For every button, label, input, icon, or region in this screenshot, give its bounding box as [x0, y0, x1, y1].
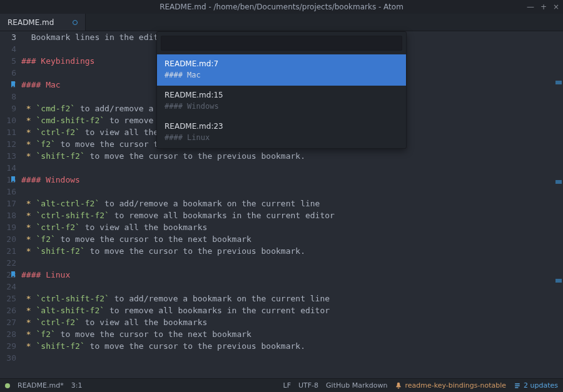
scroll-bookmark-marker: [555, 81, 562, 84]
gutter-line: 16: [0, 186, 16, 198]
palette-item-secondary: #### Windows: [165, 102, 398, 111]
status-file[interactable]: README.md*: [18, 381, 64, 389]
gutter-line: 18: [0, 209, 16, 221]
gutter-line: 23: [0, 269, 16, 281]
gutter-line: 7: [0, 79, 16, 91]
palette-input[interactable]: [161, 36, 402, 51]
gutter-line: 29: [0, 340, 16, 352]
code-line[interactable]: * `f2` to move the cursor to the next bo…: [21, 328, 563, 340]
palette-item[interactable]: README.md:15#### Windows: [157, 86, 406, 117]
gutter-line: 3: [0, 31, 16, 43]
palette-item-primary: README.md:7: [165, 59, 398, 68]
code-line[interactable]: * `f2` to move the cursor to the next bo…: [21, 233, 563, 245]
gutter-line: 24: [0, 281, 16, 293]
code-line[interactable]: * `ctrl-f2` to view all the bookmarks: [21, 316, 563, 328]
code-line[interactable]: [21, 257, 563, 269]
status-updates[interactable]: 2 updates: [514, 381, 558, 389]
palette-item[interactable]: README.md:7#### Mac: [157, 54, 406, 86]
gutter-line: 9: [0, 103, 16, 114]
bookmarks-palette: README.md:7#### MacREADME.md:15#### Wind…: [156, 31, 407, 149]
tab-readme[interactable]: README.md: [0, 14, 86, 31]
gutter-line: 12: [0, 138, 16, 150]
gutter-line: 13: [0, 150, 16, 162]
window-maximize-button[interactable]: +: [540, 3, 547, 11]
gutter-line: 14: [0, 162, 16, 174]
gutter-line: 10: [0, 114, 16, 126]
status-encoding[interactable]: UTF-8: [298, 381, 318, 389]
code-line[interactable]: * `ctrl-shift-f2` to remove all bookmark…: [21, 209, 563, 221]
gutter-line: 11: [0, 126, 16, 138]
window-titlebar: README.md - /home/ben/Documents/projects…: [0, 0, 563, 14]
palette-item-primary: README.md:23: [165, 122, 398, 131]
tab-label: README.md: [8, 18, 54, 27]
status-cursor[interactable]: 3:1: [71, 381, 83, 389]
squirrel-icon: [514, 382, 521, 389]
status-bar: README.md* 3:1 LF UTF-8 GitHub Markdown …: [0, 378, 563, 392]
code-line[interactable]: * `alt-ctrl-f2` to add/remove a bookmark…: [21, 198, 563, 209]
gutter-line: 4: [0, 43, 16, 55]
code-line[interactable]: * `ctrl-shift-f2` to add/remove a bookma…: [21, 293, 563, 304]
palette-list: README.md:7#### MacREADME.md:15#### Wind…: [157, 54, 406, 148]
window-close-button[interactable]: ×: [553, 3, 559, 11]
status-updates-label: 2 updates: [524, 381, 558, 389]
status-line-ending[interactable]: LF: [283, 381, 291, 389]
palette-item-primary: README.md:15: [165, 91, 398, 99]
status-grammar[interactable]: GitHub Markdown: [326, 381, 387, 389]
gutter-line: 21: [0, 245, 16, 257]
gutter-line: 25: [0, 293, 16, 304]
git-status-icon: [5, 383, 10, 388]
window-minimize-button[interactable]: —: [527, 3, 534, 11]
code-line[interactable]: [21, 162, 563, 174]
palette-item[interactable]: README.md:23#### Linux: [157, 117, 406, 148]
gutter-line: 6: [0, 67, 16, 79]
gutter: 3456789101112131415161718192021222324252…: [0, 31, 21, 378]
gutter-line: 30: [0, 352, 16, 364]
window-title: README.md - /home/ben/Documents/projects…: [160, 3, 403, 11]
palette-item-secondary: #### Linux: [165, 133, 398, 142]
code-line[interactable]: [21, 352, 563, 364]
code-line[interactable]: [21, 281, 563, 293]
code-line[interactable]: [21, 186, 563, 198]
scroll-bookmark-marker: [555, 279, 562, 283]
gutter-line: 17: [0, 198, 16, 209]
gutter-line: 5: [0, 55, 16, 67]
status-notification-label: readme-key-bindings-notable: [405, 381, 506, 389]
gutter-line: 22: [0, 257, 16, 269]
code-line[interactable]: * `shift-f2` to move the cursor to the p…: [21, 150, 563, 162]
code-line[interactable]: #### Windows: [21, 174, 563, 186]
gutter-line: 19: [0, 221, 16, 233]
gutter-line: 20: [0, 233, 16, 245]
code-line[interactable]: * `alt-shift-f2` to remove all bookmarks…: [21, 304, 563, 316]
gutter-line: 15: [0, 174, 16, 186]
gutter-line: 28: [0, 328, 16, 340]
scroll-bookmark-marker: [555, 180, 562, 184]
code-line[interactable]: * `shift-f2` to move the cursor to the p…: [21, 340, 563, 352]
gutter-line: 8: [0, 91, 16, 103]
modified-icon: [73, 20, 78, 25]
bell-icon: [395, 382, 402, 389]
status-notification[interactable]: readme-key-bindings-notable: [395, 381, 506, 389]
code-line[interactable]: * `shift-f2` to move the cursor to the p…: [21, 245, 563, 257]
palette-item-secondary: #### Mac: [165, 71, 398, 79]
gutter-line: 27: [0, 316, 16, 328]
code-line[interactable]: * `ctrl-f2` to view all the bookmarks: [21, 221, 563, 233]
gutter-line: 26: [0, 304, 16, 316]
code-line[interactable]: #### Linux: [21, 269, 563, 281]
tab-bar: README.md: [0, 14, 563, 31]
